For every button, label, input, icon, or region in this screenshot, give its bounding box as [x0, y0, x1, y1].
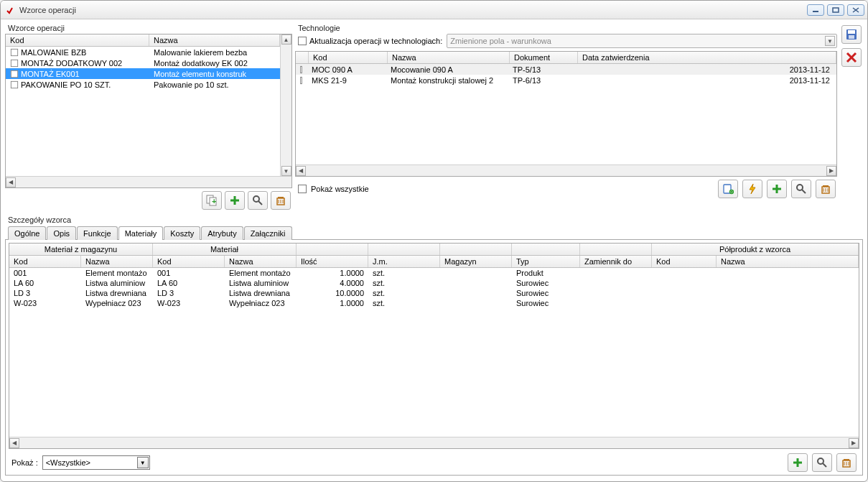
app-window: Wzorce operacji Wzorce operacji Kod Nazw… — [0, 0, 868, 482]
titlebar: Wzorce operacji — [1, 1, 867, 19]
minimize-button[interactable] — [807, 4, 824, 16]
svg-rect-0 — [813, 11, 818, 12]
svg-rect-1 — [833, 8, 839, 12]
mcol-jm[interactable]: J.m. — [368, 256, 440, 267]
row-checkbox[interactable] — [11, 70, 18, 77]
tech-top-row: Aktualizacja operacji w technologiach: Z… — [295, 34, 837, 48]
search-tech-button[interactable] — [791, 180, 811, 198]
chevron-down-icon[interactable]: ▼ — [825, 36, 835, 46]
maximize-button[interactable] — [827, 4, 844, 16]
scroll-left-icon3[interactable]: ◀ — [9, 438, 19, 448]
col-nazwa2[interactable]: Nazwa — [388, 52, 510, 63]
filter-combo[interactable]: <Wszystkie> ▼ — [42, 455, 150, 470]
scroll-left-icon2[interactable]: ◀ — [296, 166, 306, 176]
cancel-button[interactable] — [841, 48, 862, 67]
wzorce-list[interactable]: Kod Nazwa MALOWANIE BZBMalowanie lakiere… — [5, 34, 292, 188]
add-material-button[interactable] — [788, 453, 808, 472]
wzorce-toolbar: + — [5, 188, 292, 210]
close-button[interactable] — [847, 4, 864, 16]
mcol-kod2[interactable]: Kod — [153, 256, 225, 267]
link-button[interactable] — [718, 180, 738, 198]
lightning-button[interactable] — [742, 180, 762, 198]
mcol-ilosc[interactable]: Ilość — [297, 256, 368, 267]
row-checkbox[interactable] — [11, 48, 18, 55]
svg-point-5 — [253, 196, 259, 202]
mcol-kod3[interactable]: Kod — [652, 256, 717, 267]
mcol-typ[interactable]: Typ — [512, 256, 580, 267]
mat-hscroll[interactable]: ◀ ▶ — [9, 437, 859, 448]
left-hscroll[interactable]: ◀ ▶ — [6, 176, 291, 187]
update-checkbox-label: Aktualizacja operacji w technologiach: — [309, 37, 442, 45]
mcol-kod1[interactable]: Kod — [9, 256, 81, 267]
update-checkbox[interactable] — [298, 37, 307, 45]
mcol-mag[interactable]: Magazyn — [440, 256, 512, 267]
material-row[interactable]: W-023Wypełniacz 023W-023Wypełniacz 0231.… — [9, 298, 859, 308]
add-button[interactable] — [225, 191, 245, 210]
right-hscroll[interactable]: ◀ ▶ — [296, 164, 836, 176]
wzorce-row[interactable]: PAKOWANIE PO 10 SZT.Pakowanie po 10 szt. — [6, 79, 280, 90]
tab-atrybuty[interactable]: Atrybuty — [201, 226, 243, 240]
delete-button[interactable] — [271, 191, 291, 210]
scroll-down-icon[interactable]: ▼ — [281, 166, 291, 176]
material-row[interactable]: LD 3Listwa drewnianaLD 3Listwa drewniana… — [9, 288, 859, 298]
mcol-nazwa2[interactable]: Nazwa — [225, 256, 297, 267]
tab-koszty[interactable]: Koszty — [164, 226, 200, 240]
svg-rect-15 — [849, 35, 854, 39]
left-vscroll[interactable]: ▲ ▼ — [280, 34, 291, 176]
tab-ogólne[interactable]: Ogólne — [8, 226, 46, 240]
mcol-nazwa3[interactable]: Nazwa — [717, 256, 859, 267]
wzorce-row[interactable]: MONTAŻ EK001Montaż elementu konstruk — [6, 68, 280, 79]
group-half: Półprodukt z wzorca — [652, 244, 859, 255]
technologie-rows: MOC 090 AMocowanie 090 ATP-5/132013-11-1… — [296, 64, 836, 85]
save-button[interactable] — [841, 25, 862, 44]
technologie-row[interactable]: MKS 21-9Montaż konstrukcji stalowej 2TP-… — [296, 75, 836, 85]
window-title: Wzorce operacji — [19, 6, 804, 14]
materials-rows: 001Element montażo001Element montażo1.00… — [9, 268, 859, 437]
tab-załączniki[interactable]: Załączniki — [244, 226, 292, 240]
svg-text:+: + — [212, 197, 216, 205]
group-material: Materiał — [153, 244, 297, 255]
col-kod2[interactable]: Kod — [309, 52, 388, 63]
row-checkbox[interactable] — [11, 59, 18, 66]
group-magazyn: Materiał z magazynu — [9, 244, 153, 255]
wzorce-rows: MALOWANIE BZBMalowanie lakierem bezbaMON… — [6, 47, 280, 90]
col-dokument[interactable]: Dokument — [510, 52, 578, 63]
materials-table[interactable]: Materiał z magazynu Materiał Półprodukt … — [9, 243, 859, 449]
mcol-nazwa1[interactable]: Nazwa — [81, 256, 153, 267]
scroll-up-icon[interactable]: ▲ — [281, 34, 291, 45]
add-tech-button[interactable] — [767, 180, 787, 198]
filter-value: <Wszystkie> — [46, 458, 90, 467]
mcol-zam[interactable]: Zamiennik do — [580, 256, 652, 267]
update-combo[interactable]: Zmienione pola - warunkowa ▼ — [447, 34, 837, 48]
row-checkbox[interactable] — [11, 80, 18, 88]
scroll-right-icon2[interactable]: ▶ — [826, 166, 836, 176]
copy-button[interactable]: + — [202, 191, 222, 210]
svg-rect-7 — [278, 197, 284, 198]
svg-point-16 — [818, 458, 823, 464]
technologie-label: Technologie — [298, 24, 837, 32]
scroll-left-icon[interactable]: ◀ — [6, 177, 16, 187]
tabs: OgólneOpisFunkcjeMateriałyKosztyAtrybuty… — [8, 226, 863, 239]
scroll-right-icon3[interactable]: ▶ — [849, 438, 859, 448]
delete-tech-button[interactable] — [816, 180, 836, 198]
col-kod[interactable]: Kod — [6, 34, 149, 46]
wzorce-row[interactable]: MALOWANIE BZBMalowanie lakierem bezba — [6, 47, 280, 57]
tab-materiały[interactable]: Materiały — [118, 226, 164, 240]
material-row[interactable]: LA 60Listwa aluminiowLA 60Listwa alumini… — [9, 278, 859, 288]
row-checkbox[interactable] — [300, 76, 302, 83]
tab-funkcje[interactable]: Funkcje — [77, 226, 118, 240]
delete-material-button[interactable] — [836, 453, 857, 472]
filter-label: Pokaż : — [11, 458, 38, 467]
wzorce-row[interactable]: MONTAŻ DODATKOWY 002Montaż dodatkowy EK … — [6, 57, 280, 68]
material-row[interactable]: 001Element montażo001Element montażo1.00… — [9, 268, 859, 278]
col-data[interactable]: Data zatwierdzenia — [578, 52, 836, 63]
row-checkbox[interactable] — [300, 65, 302, 73]
technologie-list[interactable]: Kod Nazwa Dokument Data zatwierdzenia MO… — [295, 51, 837, 177]
chevron-down-icon2[interactable]: ▼ — [137, 457, 149, 468]
show-all-checkbox[interactable] — [298, 185, 307, 193]
col-nazwa[interactable]: Nazwa — [149, 34, 280, 46]
search-material-button[interactable] — [812, 453, 832, 472]
search-button[interactable] — [248, 191, 268, 210]
technologie-row[interactable]: MOC 090 AMocowanie 090 ATP-5/132013-11-1… — [296, 64, 836, 75]
tab-opis[interactable]: Opis — [47, 226, 76, 240]
